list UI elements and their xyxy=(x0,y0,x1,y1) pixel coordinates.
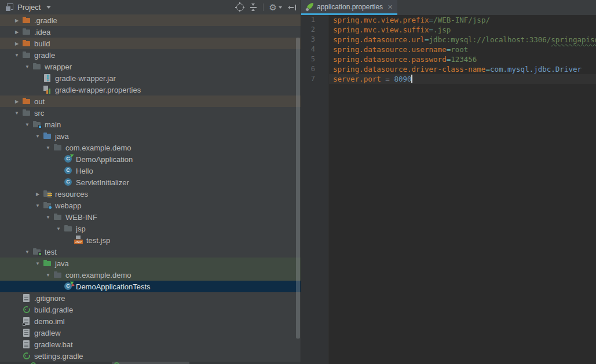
tree-item-java[interactable]: ▼java xyxy=(0,130,301,142)
tree-item-label: WEB-INF xyxy=(65,213,97,222)
horizontal-scrollbar-thumb[interactable] xyxy=(112,362,189,364)
tree-item-label: resources xyxy=(55,190,88,198)
tree-item-test-jsp[interactable]: JSPtest.jsp xyxy=(0,234,301,246)
tree-item-label: test xyxy=(45,248,57,256)
code-area[interactable]: spring.mvc.view.prefix=/WEB-INF/jsp/spri… xyxy=(329,15,596,364)
tree-item-gradle[interactable]: ▼gradle xyxy=(0,49,301,61)
tree-item-label: build.gradle xyxy=(34,306,73,314)
collapse-arrow-icon[interactable]: ▼ xyxy=(22,249,32,255)
expand-arrow-icon[interactable]: ▶ xyxy=(12,41,22,46)
close-icon[interactable]: ✕ xyxy=(387,4,393,10)
code-line-7[interactable]: server.port = 8090 xyxy=(329,74,596,84)
collapse-arrow-icon[interactable]: ▼ xyxy=(12,111,22,116)
collapse-arrow-icon[interactable]: ▼ xyxy=(22,64,32,69)
gradle-file-icon xyxy=(22,351,31,361)
collapse-arrow-icon[interactable]: ▼ xyxy=(43,145,53,150)
expand-arrow-icon[interactable]: ▶ xyxy=(12,99,22,104)
folder-web-icon xyxy=(43,201,52,210)
folder-test-icon xyxy=(32,247,42,256)
collapse-arrow-icon[interactable]: ▼ xyxy=(12,53,22,58)
tree-item-gradlew-bat[interactable]: gradlew.bat xyxy=(0,339,301,350)
panel-title[interactable]: Project xyxy=(17,3,41,12)
collapse-arrow-icon[interactable]: ▼ xyxy=(53,226,64,231)
tree-item-demoapplication[interactable]: CDemoApplication xyxy=(0,153,301,165)
code-line-2[interactable]: spring.mvc.view.suffix=.jsp xyxy=(329,25,596,35)
folder-main-icon xyxy=(32,120,42,129)
line-number: 7 xyxy=(301,74,315,84)
folder-icon xyxy=(53,212,63,222)
panel-header-toolbar: ⚙ xyxy=(236,0,296,14)
class-test-icon: C xyxy=(64,282,73,291)
text-file-icon xyxy=(22,328,31,337)
locate-icon[interactable] xyxy=(236,3,244,11)
tree-item-build-gradle[interactable]: build.gradle xyxy=(0,304,301,315)
folder-resources-icon xyxy=(43,189,52,198)
text-file-icon xyxy=(22,293,31,303)
tree-item--gradle[interactable]: ▶.gradle xyxy=(0,14,301,26)
tree-item-demo-iml[interactable]: demo.iml xyxy=(0,315,301,327)
tree-item-servletinitializer[interactable]: CServletInitializer xyxy=(0,177,301,188)
tree-item-web-inf[interactable]: ▼WEB-INF xyxy=(0,211,301,223)
tree-item-label: ServletInitializer xyxy=(76,178,129,187)
tree-item-main[interactable]: ▼main xyxy=(0,119,301,130)
gear-icon[interactable]: ⚙ xyxy=(269,3,282,11)
collapse-arrow-icon[interactable]: ▼ xyxy=(32,261,43,266)
folder-source-icon xyxy=(43,131,52,141)
token: jdbc:mysql://localhost:3306/ xyxy=(429,35,551,44)
tree-item-gradle-wrapper-jar[interactable]: gradle-wrapper.jar xyxy=(0,72,301,84)
folder-excluded-icon xyxy=(22,97,31,106)
tree-item-label: com.example.demo xyxy=(65,271,131,280)
collapse-all-icon[interactable] xyxy=(250,3,257,11)
folder-test-source-icon xyxy=(43,259,52,268)
tree-item-webapp[interactable]: ▼webapp xyxy=(0,200,301,211)
tree-item--gitignore[interactable]: .gitignore xyxy=(0,292,301,304)
tree-item--idea[interactable]: ▶.idea xyxy=(0,26,301,38)
tree-item-label: .idea xyxy=(34,28,50,36)
code-line-1[interactable]: spring.mvc.view.prefix=/WEB-INF/jsp/ xyxy=(329,15,596,25)
tree-item-build[interactable]: ▶build xyxy=(0,38,301,49)
tree-item-hello[interactable]: CHello xyxy=(0,165,301,177)
tree-item-label: gradlew.bat xyxy=(34,340,73,349)
hide-panel-icon[interactable] xyxy=(288,4,296,11)
tree-item-settings-gradle[interactable]: settings.gradle xyxy=(0,350,301,362)
code-line-3[interactable]: spring.datasource.url=jdbc:mysql://local… xyxy=(329,35,596,45)
tree-item-resources[interactable]: ▶resources xyxy=(0,188,301,200)
collapse-arrow-icon[interactable]: ▼ xyxy=(22,122,32,127)
tree-item-demoapplicationtests[interactable]: CDemoApplicationTests xyxy=(0,281,301,292)
token: /WEB-INF/jsp/ xyxy=(433,16,490,24)
tree-item-com-example-demo[interactable]: ▼com.example.demo xyxy=(0,269,301,281)
editor-tab-bar: application.properties ✕ xyxy=(301,0,596,15)
expand-arrow-icon[interactable]: ▶ xyxy=(12,18,22,23)
expand-arrow-icon[interactable]: ▶ xyxy=(12,30,22,35)
tree-item-src[interactable]: ▼src xyxy=(0,107,301,119)
collapse-arrow-icon[interactable]: ▼ xyxy=(43,215,53,220)
tree-item-jsp[interactable]: ▼jsp xyxy=(0,223,301,234)
code-line-5[interactable]: spring.datasource.password=123456 xyxy=(329,54,596,64)
code-line-6[interactable]: spring.datasource.driver-class-name=com.… xyxy=(329,64,596,74)
tree-item-test[interactable]: ▼test xyxy=(0,246,301,258)
tree-scrollbar[interactable] xyxy=(296,38,300,339)
collapse-arrow-icon[interactable]: ▼ xyxy=(32,203,43,208)
tree-item-label: main xyxy=(45,120,61,129)
tree-item-label: out xyxy=(34,97,45,106)
tree-item-gradle-wrapper-properties[interactable]: gradle-wrapper.properties xyxy=(0,84,301,95)
collapse-arrow-icon[interactable]: ▼ xyxy=(43,273,53,278)
tree-item-java[interactable]: ▼java xyxy=(0,258,301,269)
toolbar-separator xyxy=(263,3,264,11)
tab-application-properties[interactable]: application.properties ✕ xyxy=(301,0,397,15)
spring-boot-icon xyxy=(306,3,314,11)
chevron-down-icon[interactable] xyxy=(46,6,51,9)
code-line-4[interactable]: spring.datasource.username=root xyxy=(329,45,596,54)
tree-item-label: gradle xyxy=(34,51,55,60)
tree-item-wrapper[interactable]: ▼wrapper xyxy=(0,61,301,72)
collapse-arrow-icon[interactable]: ▼ xyxy=(32,134,43,139)
project-tool-window-icon[interactable] xyxy=(5,3,13,12)
class-icon: C xyxy=(64,178,73,187)
token: root xyxy=(451,45,468,54)
tree-item-gradlew[interactable]: gradlew xyxy=(0,327,301,339)
tree-item-com-example-demo[interactable]: ▼com.example.demo xyxy=(0,142,301,153)
tree-item-label: src xyxy=(34,109,44,117)
tree-item-label: wrapper xyxy=(45,62,72,71)
tree-item-out[interactable]: ▶out xyxy=(0,95,301,107)
expand-arrow-icon[interactable]: ▶ xyxy=(32,192,43,197)
